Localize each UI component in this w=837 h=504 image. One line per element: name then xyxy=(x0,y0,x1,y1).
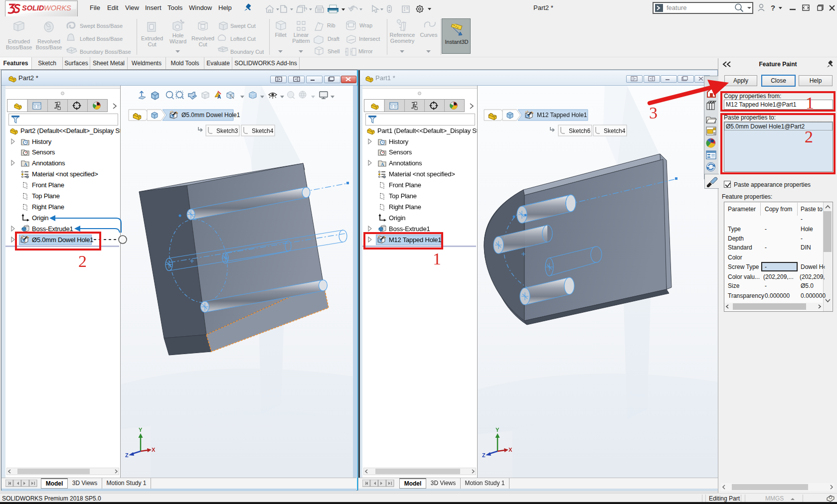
svg-text:Sketch4: Sketch4 xyxy=(604,127,626,134)
svg-text:X: X xyxy=(508,447,512,453)
svg-text:Y: Y xyxy=(496,427,500,433)
svg-text:X: X xyxy=(152,447,156,453)
svg-text:A: A xyxy=(217,94,221,100)
svg-text:M12 Tapped Hole1: M12 Tapped Hole1 xyxy=(537,112,587,119)
svg-text:WORKS: WORKS xyxy=(44,4,71,12)
svg-text:Sketch6: Sketch6 xyxy=(569,127,591,134)
svg-text:Ø5.0mm Dowel Hole1: Ø5.0mm Dowel Hole1 xyxy=(181,112,240,119)
svg-text:Sketch3: Sketch3 xyxy=(216,127,238,134)
svg-text:SOLID: SOLID xyxy=(22,4,44,12)
svg-text:Y: Y xyxy=(139,427,143,433)
svg-text:?: ? xyxy=(771,3,775,12)
svg-text:Z: Z xyxy=(125,452,129,458)
svg-text:Z: Z xyxy=(482,452,486,458)
svg-text:Sketch4: Sketch4 xyxy=(252,127,274,134)
